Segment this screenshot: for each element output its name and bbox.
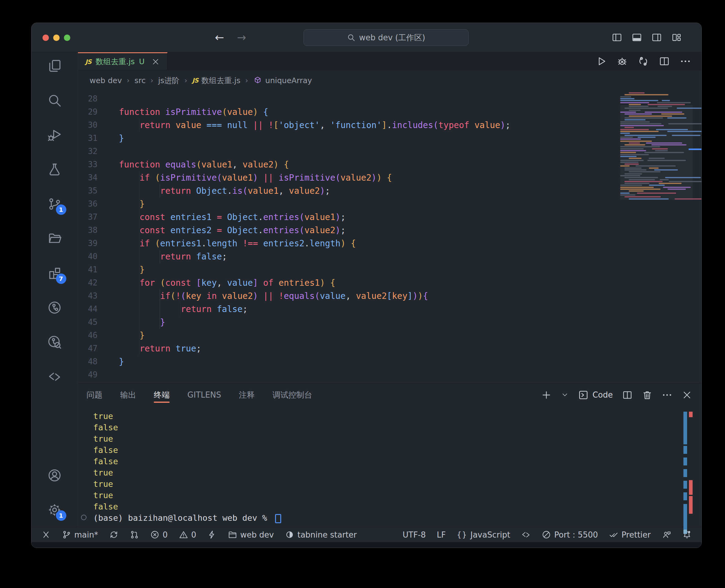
command-center-search[interactable]: web dev (工作区) bbox=[304, 29, 469, 46]
workspace-title: web dev (工作区) bbox=[359, 33, 425, 43]
minimize-window-button[interactable] bbox=[53, 35, 60, 41]
minimap-line bbox=[659, 183, 682, 184]
layout-sidebar-right-icon[interactable] bbox=[651, 32, 662, 43]
status-error-count[interactable]: 0 bbox=[150, 530, 168, 540]
close-window-button[interactable] bbox=[42, 35, 49, 41]
status-warning-count[interactable]: 0 bbox=[179, 530, 196, 540]
status-live-server-bolt[interactable] bbox=[207, 530, 217, 540]
search-icon bbox=[347, 33, 355, 42]
breadcrumb-item[interactable]: uniqueArray bbox=[253, 76, 312, 85]
kill-terminal-icon[interactable] bbox=[642, 390, 652, 400]
terminal-icon bbox=[578, 390, 589, 400]
minimap-line bbox=[645, 111, 682, 113]
sidebar-item-explorer[interactable] bbox=[46, 57, 63, 74]
new-terminal-icon[interactable] bbox=[541, 390, 552, 400]
sidebar-item-search[interactable] bbox=[46, 92, 63, 109]
sidebar-item-testing[interactable] bbox=[46, 161, 63, 178]
sidebar-item-settings[interactable]: 1 bbox=[46, 501, 63, 518]
terminal-prompt-text: (base) baizihan@localhost web dev % bbox=[93, 513, 272, 523]
open-changes-icon[interactable] bbox=[638, 56, 649, 67]
debug-icon bbox=[47, 128, 62, 142]
sidebar-item-project-manager[interactable] bbox=[46, 230, 63, 247]
panel-tab-调试控制台[interactable]: 调试控制台 bbox=[273, 383, 312, 406]
sidebar-item-run-debug[interactable] bbox=[46, 126, 63, 143]
status-workspace[interactable]: web dev bbox=[228, 530, 274, 540]
status-git-branch[interactable]: main* bbox=[62, 530, 98, 540]
minimap-line bbox=[663, 187, 691, 188]
tab-active-file[interactable]: JS 数组去重.js U bbox=[78, 52, 167, 70]
run-file-icon[interactable] bbox=[595, 56, 607, 67]
status-port[interactable]: Port : 5500 bbox=[542, 530, 598, 540]
code-editor[interactable]: 2829function isPrimitive(value) {30retur… bbox=[78, 90, 702, 383]
minimap[interactable] bbox=[620, 92, 693, 224]
sidebar-item-source-control[interactable]: 1 bbox=[46, 195, 63, 212]
close-panel-icon[interactable] bbox=[682, 390, 692, 400]
panel-tab-问题[interactable]: 问题 bbox=[86, 383, 102, 406]
panel-tab-终端[interactable]: 终端 bbox=[154, 383, 170, 406]
sidebar-item-extensions[interactable]: 7 bbox=[46, 264, 63, 281]
status-prettier-label: Prettier bbox=[621, 530, 651, 540]
terminal-instance[interactable]: Code bbox=[578, 390, 613, 400]
sidebar-item-tabnine[interactable] bbox=[46, 368, 63, 385]
layout-panel-icon[interactable] bbox=[631, 32, 642, 43]
more-actions-icon[interactable] bbox=[680, 56, 691, 67]
minimap-line bbox=[668, 123, 702, 124]
sidebar-item-gitlens-inspect[interactable] bbox=[46, 333, 63, 351]
code-line: 33function equals(value1, value2) { bbox=[78, 158, 702, 171]
line-number: 43 bbox=[78, 289, 98, 302]
status-eol[interactable]: LF bbox=[437, 530, 446, 540]
forward-arrow-icon[interactable]: → bbox=[237, 31, 246, 44]
tabnine-dot-icon bbox=[285, 530, 294, 540]
panel-tab-输出[interactable]: 输出 bbox=[120, 383, 136, 406]
history-nav: ← → bbox=[215, 23, 246, 52]
minimap-line bbox=[624, 108, 668, 109]
panel-more-icon[interactable] bbox=[662, 390, 672, 400]
terminal-dropdown-icon[interactable] bbox=[561, 391, 569, 399]
breadcrumb-item[interactable]: src bbox=[134, 76, 146, 85]
ruler-error-mark bbox=[689, 412, 692, 417]
panel-tab-注释[interactable]: 注释 bbox=[239, 383, 255, 406]
breadcrumb-item[interactable]: JS数组去重.js bbox=[192, 76, 241, 86]
minimap-line bbox=[620, 125, 664, 126]
terminal-output-line: false bbox=[93, 501, 702, 512]
line-number: 28 bbox=[78, 92, 98, 105]
minimap-line bbox=[648, 104, 685, 105]
status-feedback[interactable] bbox=[662, 530, 671, 540]
status-tabnine-status[interactable]: tabnine starter bbox=[285, 530, 357, 540]
line-number: 38 bbox=[78, 224, 98, 237]
indent-guide bbox=[119, 224, 139, 237]
minimap-line bbox=[620, 185, 642, 186]
status-encoding[interactable]: UTF-8 bbox=[402, 530, 426, 540]
split-terminal-icon[interactable] bbox=[622, 390, 633, 400]
sidebar-item-gitlens[interactable] bbox=[46, 299, 63, 316]
indent-guide bbox=[119, 276, 139, 289]
layout-sidebar-left-icon[interactable] bbox=[612, 32, 622, 43]
status-code-glyph[interactable] bbox=[521, 530, 531, 540]
status-remote-indicator[interactable] bbox=[41, 530, 51, 540]
ruler-error-mark bbox=[689, 496, 692, 514]
status-language-mode[interactable]: {}JavaScript bbox=[457, 530, 510, 540]
sidebar-item-accounts[interactable] bbox=[46, 467, 63, 484]
code-line: 42for (const [key, value] of entries1) { bbox=[78, 276, 702, 289]
breadcrumb-item[interactable]: js进阶 bbox=[158, 76, 180, 86]
code-text bbox=[98, 145, 119, 158]
layout-custom-icon[interactable] bbox=[671, 32, 682, 43]
indent-guide bbox=[119, 250, 160, 263]
breadcrumb-item[interactable]: web dev bbox=[89, 76, 122, 85]
zoom-window-button[interactable] bbox=[64, 35, 70, 41]
code-text: for (const [key, value] of entries1) { bbox=[98, 276, 335, 289]
tab-close-icon[interactable] bbox=[151, 58, 160, 66]
back-arrow-icon[interactable]: ← bbox=[215, 31, 224, 44]
code-line: 44return false; bbox=[78, 302, 702, 316]
status-pull-request[interactable] bbox=[130, 530, 139, 540]
debug-file-icon[interactable] bbox=[617, 56, 628, 67]
minimap-line bbox=[624, 144, 645, 145]
terminal-view[interactable]: truefalsetruefalsefalsetruetruetruefalse… bbox=[78, 406, 702, 527]
panel-tab-GITLENS[interactable]: GITLENS bbox=[187, 383, 221, 406]
minimap-line bbox=[624, 181, 663, 182]
status-sync-changes[interactable] bbox=[109, 530, 119, 540]
command-decoration-icon[interactable] bbox=[81, 514, 86, 520]
status-prettier[interactable]: Prettier bbox=[609, 530, 651, 540]
split-editor-icon[interactable] bbox=[659, 56, 670, 67]
panel-header: 问题输出终端GITLENS注释调试控制台 Code bbox=[78, 383, 702, 406]
